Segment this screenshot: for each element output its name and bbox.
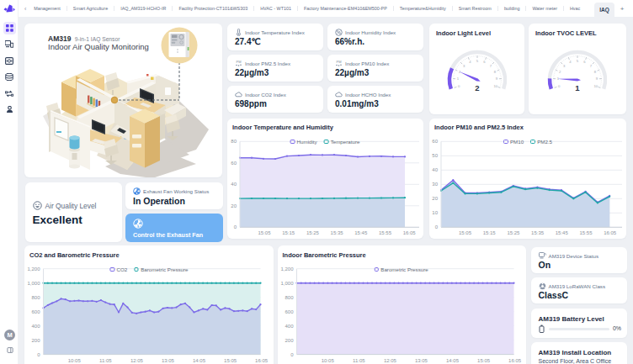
svg-text:PM: PM xyxy=(237,60,242,64)
svg-text:15:35: 15:35 xyxy=(531,230,545,235)
svg-text:2: 2 xyxy=(475,83,479,92)
svg-text:1: 1 xyxy=(457,76,460,81)
svg-text:60: 60 xyxy=(231,161,237,166)
svg-text:8: 8 xyxy=(594,70,597,74)
svg-text:40: 40 xyxy=(432,167,438,172)
svg-text:9: 9 xyxy=(496,76,498,81)
svg-text:16:05: 16:05 xyxy=(604,230,617,235)
svg-text:15:25: 15:25 xyxy=(306,230,320,235)
svg-text:15:55: 15:55 xyxy=(579,230,593,235)
svg-text:20: 20 xyxy=(432,196,438,201)
svg-text:15:45: 15:45 xyxy=(354,230,368,235)
svg-text:16:05: 16:05 xyxy=(508,358,522,363)
svg-text:15:45: 15:45 xyxy=(556,230,569,235)
svg-text:12:05: 12:05 xyxy=(130,358,144,363)
svg-text:1: 1 xyxy=(575,83,580,92)
svg-text:8: 8 xyxy=(494,70,497,74)
svg-text:80: 80 xyxy=(231,139,237,144)
svg-text:15:25: 15:25 xyxy=(507,230,520,235)
svg-text:15:05: 15:05 xyxy=(477,358,491,363)
svg-text:14:05: 14:05 xyxy=(193,358,206,363)
svg-text:15:05: 15:05 xyxy=(258,230,271,235)
svg-text:30: 30 xyxy=(432,182,438,187)
svg-text:1,000: 1,000 xyxy=(280,281,294,286)
svg-text:600: 600 xyxy=(285,309,294,314)
svg-text:14:05: 14:05 xyxy=(445,358,459,363)
svg-text:10:05: 10:05 xyxy=(321,358,334,363)
svg-text:0: 0 xyxy=(234,224,237,229)
svg-text:15:35: 15:35 xyxy=(331,230,344,235)
svg-text:16:05: 16:05 xyxy=(403,230,417,235)
svg-text:5: 5 xyxy=(476,59,479,63)
svg-text:15:55: 15:55 xyxy=(379,230,392,235)
svg-text:60: 60 xyxy=(432,139,438,144)
svg-text:40: 40 xyxy=(231,182,237,187)
svg-text:1,200: 1,200 xyxy=(280,266,294,272)
svg-text:0: 0 xyxy=(37,352,40,357)
svg-text:15:05: 15:05 xyxy=(459,230,472,235)
svg-text:3: 3 xyxy=(563,64,566,68)
svg-text:600: 600 xyxy=(31,309,40,314)
svg-text:13:05: 13:05 xyxy=(162,358,175,363)
svg-text:4: 4 xyxy=(569,60,572,64)
svg-text:15:15: 15:15 xyxy=(282,230,295,235)
svg-text:1,000: 1,000 xyxy=(27,281,40,286)
svg-text:6: 6 xyxy=(483,60,486,64)
svg-text:4: 4 xyxy=(469,60,471,64)
svg-text:10: 10 xyxy=(493,84,497,88)
svg-text:20: 20 xyxy=(231,203,237,208)
svg-text:10: 10 xyxy=(432,210,438,215)
svg-text:11:05: 11:05 xyxy=(99,358,112,363)
svg-text:200: 200 xyxy=(285,338,294,343)
svg-text:800: 800 xyxy=(285,295,294,300)
svg-text:11:05: 11:05 xyxy=(353,358,365,363)
svg-text:16:05: 16:05 xyxy=(255,358,269,363)
svg-text:15:05: 15:05 xyxy=(224,358,237,363)
svg-text:0: 0 xyxy=(558,84,561,88)
svg-text:7: 7 xyxy=(490,64,492,68)
svg-text:PM: PM xyxy=(337,60,342,64)
svg-text:400: 400 xyxy=(31,324,40,329)
svg-text:3: 3 xyxy=(463,64,465,68)
svg-text:10: 10 xyxy=(593,84,598,88)
svg-text:0: 0 xyxy=(458,84,460,88)
svg-text:50: 50 xyxy=(432,153,438,158)
svg-text:9: 9 xyxy=(596,76,598,81)
svg-text:5: 5 xyxy=(577,59,579,63)
svg-text:1,200: 1,200 xyxy=(27,266,40,272)
svg-text:800: 800 xyxy=(31,295,40,300)
svg-text:7: 7 xyxy=(590,64,593,68)
svg-text:6: 6 xyxy=(583,60,586,64)
svg-text:10:05: 10:05 xyxy=(68,358,82,363)
svg-text:13:05: 13:05 xyxy=(414,358,428,363)
svg-text:15:15: 15:15 xyxy=(483,230,497,235)
svg-text:2: 2 xyxy=(559,70,561,74)
svg-text:400: 400 xyxy=(285,324,294,329)
svg-text:0: 0 xyxy=(290,352,294,357)
svg-text:200: 200 xyxy=(31,338,40,343)
svg-text:0: 0 xyxy=(435,224,439,229)
svg-text:12:05: 12:05 xyxy=(383,358,396,363)
